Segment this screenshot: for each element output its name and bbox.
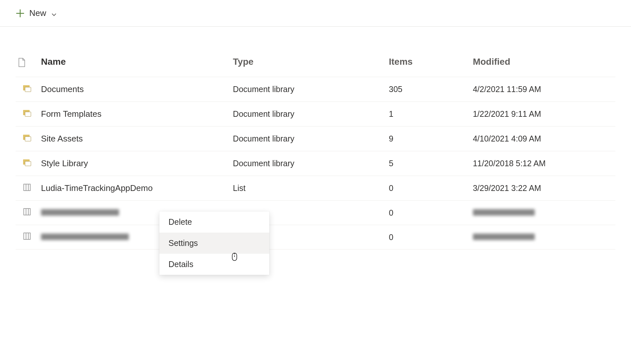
item-count: 5 xyxy=(386,151,470,176)
item-count: 1 xyxy=(386,102,470,127)
item-type: List xyxy=(230,176,386,201)
list-icon xyxy=(23,232,31,240)
document-library-icon xyxy=(22,109,32,117)
redacted-name xyxy=(41,209,119,216)
item-modified: 3/29/2021 3:22 AM xyxy=(470,176,615,201)
svg-rect-3 xyxy=(25,87,31,92)
item-name[interactable]: Site Assets xyxy=(41,134,83,143)
redacted-name xyxy=(41,234,129,240)
document-library-icon xyxy=(22,85,32,92)
redacted-date xyxy=(473,234,535,240)
item-modified: 4/2/2021 11:59 AM xyxy=(470,77,615,102)
item-type: Document library xyxy=(230,151,386,176)
context-menu-settings[interactable]: Settings xyxy=(159,233,269,249)
item-type: Document library xyxy=(230,127,386,151)
table-row[interactable]: Ludia-TimeTrackingAppDemoList03/29/2021 … xyxy=(16,176,615,201)
context-menu: DeleteSettingsDetails xyxy=(159,211,269,249)
svg-rect-16 xyxy=(24,233,30,239)
item-type: Document library xyxy=(230,102,386,127)
column-header-name[interactable]: Name xyxy=(38,50,230,77)
new-button[interactable]: New xyxy=(16,8,57,18)
contents-table: Name Type Items Modified DocumentsDocume… xyxy=(16,50,615,249)
column-header-type[interactable]: Type xyxy=(230,50,386,77)
item-modified: 1/22/2021 9:11 AM xyxy=(470,102,615,127)
redacted-date xyxy=(473,209,535,216)
item-modified: 11/20/2018 5:12 AM xyxy=(470,151,615,176)
svg-rect-7 xyxy=(25,137,31,141)
table-row[interactable]: 0 xyxy=(16,201,615,225)
item-count: 305 xyxy=(386,77,470,102)
table-row[interactable]: Style LibraryDocument library511/20/2018… xyxy=(16,151,615,176)
table-row[interactable]: DocumentsDocument library3054/2/2021 11:… xyxy=(16,77,615,102)
new-button-label: New xyxy=(29,8,46,18)
item-count: 9 xyxy=(386,127,470,151)
list-icon xyxy=(23,208,31,216)
item-modified: 4/10/2021 4:09 AM xyxy=(470,127,615,151)
svg-rect-9 xyxy=(25,161,31,166)
document-library-icon xyxy=(22,159,32,167)
item-type: Document library xyxy=(230,77,386,102)
context-menu-delete[interactable]: Delete xyxy=(159,211,269,233)
table-row[interactable]: 0 xyxy=(16,225,615,249)
svg-rect-13 xyxy=(24,209,30,215)
list-icon xyxy=(23,183,31,191)
file-icon xyxy=(18,58,25,67)
item-modified xyxy=(470,201,615,225)
item-count: 0 xyxy=(386,225,470,249)
site-contents-panel: Name Type Items Modified DocumentsDocume… xyxy=(0,27,631,249)
column-header-items[interactable]: Items xyxy=(386,50,470,77)
chevron-down-icon xyxy=(51,10,57,17)
item-count: 0 xyxy=(386,201,470,225)
item-name[interactable]: Ludia-TimeTrackingAppDemo xyxy=(41,183,153,193)
item-name[interactable]: Documents xyxy=(41,84,84,94)
document-library-icon xyxy=(22,134,32,142)
column-header-modified[interactable]: Modified xyxy=(470,50,615,77)
column-header-icon[interactable] xyxy=(16,50,38,77)
item-name[interactable]: Form Templates xyxy=(41,109,101,119)
item-count: 0 xyxy=(386,176,470,201)
svg-rect-5 xyxy=(25,112,31,116)
command-bar: New xyxy=(0,0,631,27)
table-row[interactable]: Site AssetsDocument library94/10/2021 4:… xyxy=(16,127,615,151)
item-modified xyxy=(470,225,615,249)
svg-rect-10 xyxy=(24,184,30,191)
plus-icon xyxy=(16,9,25,18)
table-row[interactable]: Form TemplatesDocument library11/22/2021… xyxy=(16,102,615,127)
item-name[interactable]: Style Library xyxy=(41,158,88,168)
